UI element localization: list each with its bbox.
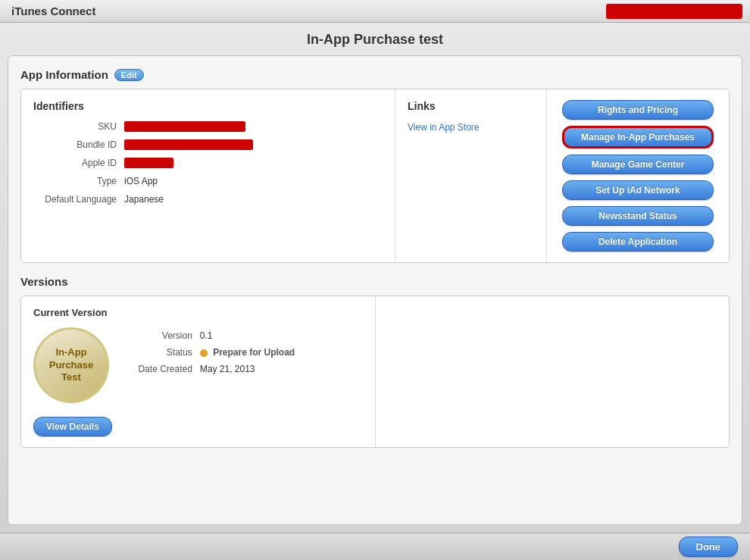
- apple-id-value-redacted: [124, 158, 173, 168]
- default-language-row: Default Language Japanese: [33, 194, 383, 205]
- date-created-label: Date Created: [124, 364, 192, 374]
- app-logo: iTunes Connect: [8, 5, 95, 17]
- bundle-id-value-redacted: [124, 139, 253, 150]
- current-version-col: Current Version In-AppPurchaseTest View …: [21, 296, 376, 447]
- date-created-row: Date Created May 21, 2013: [124, 364, 295, 374]
- links-col: Links View in App Store: [395, 89, 547, 262]
- current-version-title: Current Version: [33, 307, 363, 318]
- view-details-button[interactable]: View Details: [33, 417, 112, 436]
- apple-id-label: Apple ID: [33, 158, 117, 168]
- identifiers-title: Identifiers: [33, 100, 383, 112]
- app-name: iTunes Connect: [11, 5, 95, 17]
- versions-title: Versions: [20, 275, 68, 288]
- type-row: Type iOS App: [33, 176, 383, 186]
- versions-section-header: Versions: [20, 275, 730, 288]
- content-card: App Information Edit Identifiers SKU Bun…: [8, 55, 742, 525]
- version-row: Version 0.1: [124, 330, 295, 341]
- type-value: iOS App: [124, 176, 158, 186]
- bundle-id-row: Bundle ID: [33, 139, 383, 150]
- main-content: In-App Purchase test App Information Edi…: [0, 23, 750, 560]
- sku-label: SKU: [33, 121, 117, 132]
- page-title: In-App Purchase test: [8, 23, 742, 55]
- app-icon-wrapper: In-AppPurchaseTest View Details: [33, 327, 112, 436]
- status-row: Status Prepare for Upload: [124, 347, 295, 358]
- done-button[interactable]: Done: [679, 537, 739, 557]
- identifiers-col: Identifiers SKU Bundle ID Apple ID Type …: [21, 89, 395, 262]
- version-details: Version 0.1 Status Prepare for Upload: [124, 327, 295, 374]
- status-text: Prepare for Upload: [213, 347, 295, 358]
- version-value: 0.1: [200, 330, 213, 341]
- set-up-iad-button[interactable]: Set Up iAd Network: [562, 180, 714, 200]
- default-language-label: Default Language: [33, 194, 117, 205]
- status-value: Prepare for Upload: [200, 347, 295, 358]
- app-info-section-header: App Information Edit: [20, 68, 730, 81]
- top-right-redacted: [606, 4, 742, 19]
- status-label: Status: [124, 347, 192, 358]
- view-in-app-store-link[interactable]: View in App Store: [408, 122, 480, 133]
- manage-iap-button[interactable]: Manage In-App Purchases: [562, 126, 714, 149]
- app-info-title: App Information: [20, 68, 108, 81]
- sku-row: SKU: [33, 121, 383, 132]
- date-created-value: May 21, 2013: [200, 364, 255, 374]
- rights-and-pricing-button[interactable]: Rights and Pricing: [562, 100, 714, 120]
- default-language-value: Japanese: [124, 194, 164, 205]
- topbar: iTunes Connect: [0, 0, 750, 23]
- apple-id-row: Apple ID: [33, 158, 383, 168]
- type-label: Type: [33, 176, 117, 186]
- app-icon-text: In-AppPurchaseTest: [49, 346, 94, 385]
- bundle-id-label: Bundle ID: [33, 139, 117, 150]
- bottom-bar: Done: [0, 533, 750, 560]
- versions-panel: Current Version In-AppPurchaseTest View …: [20, 296, 730, 448]
- edit-button[interactable]: Edit: [114, 69, 144, 81]
- status-dot: [200, 349, 208, 357]
- links-title: Links: [408, 100, 534, 112]
- sku-value-redacted: [124, 121, 245, 132]
- versions-section: Versions Current Version In-AppPurchaseT…: [20, 275, 730, 448]
- version-label: Version: [124, 330, 192, 341]
- delete-application-button[interactable]: Delete Application: [562, 232, 714, 252]
- newsstand-status-button[interactable]: Newsstand Status: [562, 206, 714, 226]
- buttons-col: Rights and Pricing Manage In-App Purchas…: [547, 89, 729, 262]
- manage-game-center-button[interactable]: Manage Game Center: [562, 155, 714, 174]
- version-content: In-AppPurchaseTest View Details Version …: [33, 327, 363, 436]
- version-right-col: [376, 296, 730, 447]
- app-icon: In-AppPurchaseTest: [33, 327, 109, 403]
- app-info-panel: Identifiers SKU Bundle ID Apple ID Type …: [20, 89, 730, 263]
